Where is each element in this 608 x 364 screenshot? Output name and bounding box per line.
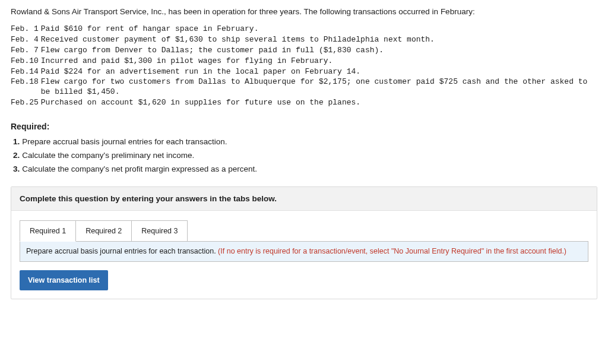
tx-date: Feb. 7	[11, 46, 41, 56]
problem-intro: Rowland & Sons Air Transport Service, In…	[11, 7, 597, 16]
req-num: 1.	[13, 137, 20, 146]
tx-text: Paid $224 for an advertisement run in th…	[41, 67, 597, 78]
table-row: Feb. 7Flew cargo from Denver to Dallas; …	[11, 46, 597, 56]
tab-instruction-text: Prepare accrual basis journal entries fo…	[26, 247, 218, 255]
required-heading: Required:	[11, 122, 597, 131]
tab-required-1[interactable]: Required 1	[20, 220, 76, 242]
tx-text: Incurred and paid $1,300 in pilot wages …	[41, 56, 597, 67]
tab-required-2[interactable]: Required 2	[75, 220, 132, 242]
table-row: Feb.10Incurred and paid $1,300 in pilot …	[11, 56, 597, 67]
req-text: Prepare accrual basis journal entries fo…	[22, 137, 227, 146]
list-item: 2.Calculate the company's preliminary ne…	[13, 151, 597, 160]
table-row: Feb.18Flew cargo for two customers from …	[11, 77, 597, 98]
tx-text: Paid $610 for rent of hangar space in Fe…	[41, 24, 597, 35]
table-row: Feb.25Purchased on account $1,620 in sup…	[11, 98, 597, 109]
tx-text: Flew cargo for two customers from Dallas…	[41, 77, 597, 98]
tab-required-3[interactable]: Required 3	[131, 220, 188, 242]
req-text: Calculate the company's preliminary net …	[22, 151, 194, 160]
tx-date: Feb.10	[11, 56, 41, 67]
tx-text: Received customer payment of $1,630 to s…	[41, 35, 597, 46]
req-num: 2.	[13, 151, 20, 160]
transactions-table: Feb. 1Paid $610 for rent of hangar space…	[11, 24, 597, 109]
tab-instruction-hint: (If no entry is required for a transacti…	[218, 247, 566, 255]
complete-instruction: Complete this question by entering your …	[11, 187, 597, 211]
tabs-row: Required 1 Required 2 Required 3	[11, 211, 597, 242]
tx-date: Feb.18	[11, 77, 41, 98]
table-row: Feb. 1Paid $610 for rent of hangar space…	[11, 24, 597, 35]
requirements-list: 1.Prepare accrual basis journal entries …	[11, 137, 597, 173]
tx-date: Feb. 1	[11, 24, 41, 35]
tx-text: Flew cargo from Denver to Dallas; the cu…	[41, 46, 597, 56]
tab-instruction-bar: Prepare accrual basis journal entries fo…	[20, 241, 588, 262]
tx-text: Purchased on account $1,620 in supplies …	[41, 98, 597, 109]
answers-panel: Complete this question by entering your …	[11, 186, 597, 299]
req-text: Calculate the company's net profit margi…	[22, 164, 257, 173]
tx-date: Feb. 4	[11, 35, 41, 46]
req-num: 3.	[13, 164, 20, 173]
tx-date: Feb.14	[11, 67, 41, 78]
tx-date: Feb.25	[11, 98, 41, 109]
table-row: Feb. 4Received customer payment of $1,63…	[11, 35, 597, 46]
view-transaction-list-button[interactable]: View transaction list	[20, 270, 108, 290]
list-item: 3.Calculate the company's net profit mar…	[13, 164, 597, 173]
table-row: Feb.14Paid $224 for an advertisement run…	[11, 67, 597, 78]
list-item: 1.Prepare accrual basis journal entries …	[13, 137, 597, 146]
